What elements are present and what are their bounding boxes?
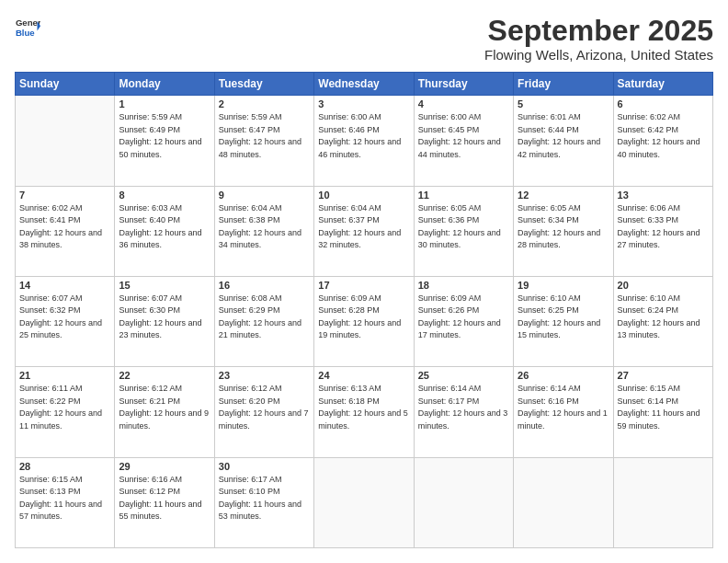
day-number: 25 xyxy=(418,370,509,381)
week-row-5: 28Sunrise: 6:15 AMSunset: 6:13 PMDayligh… xyxy=(16,457,713,547)
day-number: 4 xyxy=(418,98,509,109)
weekday-header-tuesday: Tuesday xyxy=(214,73,313,96)
calendar-cell: 17Sunrise: 6:09 AMSunset: 6:28 PMDayligh… xyxy=(314,276,414,366)
location-title: Flowing Wells, Arizona, United States xyxy=(484,47,713,63)
day-info: Sunrise: 6:15 AMSunset: 6:13 PMDaylight:… xyxy=(19,474,110,523)
calendar-cell: 29Sunrise: 6:16 AMSunset: 6:12 PMDayligh… xyxy=(115,457,214,547)
calendar-cell: 19Sunrise: 6:10 AMSunset: 6:25 PMDayligh… xyxy=(514,276,613,366)
calendar-cell: 14Sunrise: 6:07 AMSunset: 6:32 PMDayligh… xyxy=(16,276,115,366)
day-number: 3 xyxy=(318,98,409,109)
calendar-cell: 3Sunrise: 6:00 AMSunset: 6:46 PMDaylight… xyxy=(314,96,414,186)
day-info: Sunrise: 6:15 AMSunset: 6:14 PMDaylight:… xyxy=(618,383,709,432)
calendar-cell: 22Sunrise: 6:12 AMSunset: 6:21 PMDayligh… xyxy=(115,367,214,457)
calendar-cell xyxy=(613,457,712,547)
day-info: Sunrise: 6:12 AMSunset: 6:20 PMDaylight:… xyxy=(219,383,310,432)
calendar-cell xyxy=(16,96,115,186)
calendar-cell: 5Sunrise: 6:01 AMSunset: 6:44 PMDaylight… xyxy=(514,96,613,186)
day-info: Sunrise: 6:04 AMSunset: 6:37 PMDaylight:… xyxy=(318,202,409,252)
calendar-cell: 30Sunrise: 6:17 AMSunset: 6:10 PMDayligh… xyxy=(214,457,313,547)
day-info: Sunrise: 6:11 AMSunset: 6:22 PMDaylight:… xyxy=(19,383,110,432)
month-title: September 2025 xyxy=(484,15,713,47)
day-info: Sunrise: 5:59 AMSunset: 6:49 PMDaylight:… xyxy=(119,111,210,161)
day-number: 21 xyxy=(19,370,110,381)
day-number: 11 xyxy=(418,190,509,201)
day-number: 30 xyxy=(219,461,310,472)
calendar-cell: 6Sunrise: 6:02 AMSunset: 6:42 PMDaylight… xyxy=(613,96,712,186)
calendar-cell: 13Sunrise: 6:06 AMSunset: 6:33 PMDayligh… xyxy=(613,186,712,276)
day-number: 16 xyxy=(219,280,310,291)
calendar-cell: 18Sunrise: 6:09 AMSunset: 6:26 PMDayligh… xyxy=(414,276,513,366)
day-number: 29 xyxy=(119,461,210,472)
day-info: Sunrise: 6:01 AMSunset: 6:44 PMDaylight:… xyxy=(518,111,609,161)
calendar-cell: 8Sunrise: 6:03 AMSunset: 6:40 PMDaylight… xyxy=(115,186,214,276)
calendar-cell: 12Sunrise: 6:05 AMSunset: 6:34 PMDayligh… xyxy=(514,186,613,276)
day-info: Sunrise: 6:06 AMSunset: 6:33 PMDaylight:… xyxy=(618,202,709,252)
day-info: Sunrise: 6:13 AMSunset: 6:18 PMDaylight:… xyxy=(318,383,409,432)
day-number: 12 xyxy=(518,190,609,201)
day-info: Sunrise: 6:10 AMSunset: 6:24 PMDaylight:… xyxy=(618,293,709,342)
calendar-cell: 1Sunrise: 5:59 AMSunset: 6:49 PMDaylight… xyxy=(115,96,214,186)
day-info: Sunrise: 6:00 AMSunset: 6:45 PMDaylight:… xyxy=(418,111,509,161)
logo: General Blue xyxy=(15,15,40,40)
calendar-cell: 21Sunrise: 6:11 AMSunset: 6:22 PMDayligh… xyxy=(16,367,115,457)
day-number: 13 xyxy=(618,190,709,201)
weekday-header-row: SundayMondayTuesdayWednesdayThursdayFrid… xyxy=(16,73,713,96)
day-number: 14 xyxy=(19,280,110,291)
day-info: Sunrise: 5:59 AMSunset: 6:47 PMDaylight:… xyxy=(219,111,310,161)
day-number: 15 xyxy=(119,280,210,291)
day-info: Sunrise: 6:08 AMSunset: 6:29 PMDaylight:… xyxy=(219,293,310,342)
day-info: Sunrise: 6:09 AMSunset: 6:26 PMDaylight:… xyxy=(418,293,509,342)
calendar-cell xyxy=(414,457,513,547)
day-number: 2 xyxy=(219,98,310,109)
day-number: 26 xyxy=(518,370,609,381)
calendar-cell: 20Sunrise: 6:10 AMSunset: 6:24 PMDayligh… xyxy=(613,276,712,366)
day-info: Sunrise: 6:05 AMSunset: 6:34 PMDaylight:… xyxy=(518,202,609,252)
calendar-cell xyxy=(514,457,613,547)
day-number: 7 xyxy=(19,190,110,201)
calendar-cell: 15Sunrise: 6:07 AMSunset: 6:30 PMDayligh… xyxy=(115,276,214,366)
weekday-header-saturday: Saturday xyxy=(613,73,712,96)
day-number: 27 xyxy=(618,370,709,381)
calendar-cell: 10Sunrise: 6:04 AMSunset: 6:37 PMDayligh… xyxy=(314,186,414,276)
day-number: 22 xyxy=(119,370,210,381)
weekday-header-monday: Monday xyxy=(115,73,214,96)
calendar-cell: 24Sunrise: 6:13 AMSunset: 6:18 PMDayligh… xyxy=(314,367,414,457)
week-row-4: 21Sunrise: 6:11 AMSunset: 6:22 PMDayligh… xyxy=(16,367,713,457)
day-number: 17 xyxy=(318,280,409,291)
calendar-cell: 11Sunrise: 6:05 AMSunset: 6:36 PMDayligh… xyxy=(414,186,513,276)
day-info: Sunrise: 6:12 AMSunset: 6:21 PMDaylight:… xyxy=(119,383,210,432)
weekday-header-thursday: Thursday xyxy=(414,73,513,96)
day-info: Sunrise: 6:00 AMSunset: 6:46 PMDaylight:… xyxy=(318,111,409,161)
day-number: 23 xyxy=(219,370,310,381)
day-number: 8 xyxy=(119,190,210,201)
week-row-1: 1Sunrise: 5:59 AMSunset: 6:49 PMDaylight… xyxy=(16,96,713,186)
day-info: Sunrise: 6:09 AMSunset: 6:28 PMDaylight:… xyxy=(318,293,409,342)
calendar-cell: 4Sunrise: 6:00 AMSunset: 6:45 PMDaylight… xyxy=(414,96,513,186)
calendar-cell xyxy=(314,457,414,547)
calendar-cell: 9Sunrise: 6:04 AMSunset: 6:38 PMDaylight… xyxy=(214,186,313,276)
week-row-3: 14Sunrise: 6:07 AMSunset: 6:32 PMDayligh… xyxy=(16,276,713,366)
day-number: 19 xyxy=(518,280,609,291)
calendar-cell: 27Sunrise: 6:15 AMSunset: 6:14 PMDayligh… xyxy=(613,367,712,457)
calendar-cell: 23Sunrise: 6:12 AMSunset: 6:20 PMDayligh… xyxy=(214,367,313,457)
calendar-table: SundayMondayTuesdayWednesdayThursdayFrid… xyxy=(15,72,713,548)
weekday-header-wednesday: Wednesday xyxy=(314,73,414,96)
day-info: Sunrise: 6:05 AMSunset: 6:36 PMDaylight:… xyxy=(418,202,509,252)
day-number: 10 xyxy=(318,190,409,201)
day-number: 6 xyxy=(618,98,709,109)
week-row-2: 7Sunrise: 6:02 AMSunset: 6:41 PMDaylight… xyxy=(16,186,713,276)
svg-text:Blue: Blue xyxy=(16,28,35,38)
calendar-cell: 2Sunrise: 5:59 AMSunset: 6:47 PMDaylight… xyxy=(214,96,313,186)
day-info: Sunrise: 6:02 AMSunset: 6:42 PMDaylight:… xyxy=(618,111,709,161)
day-info: Sunrise: 6:14 AMSunset: 6:17 PMDaylight:… xyxy=(418,383,509,432)
day-number: 28 xyxy=(19,461,110,472)
svg-text:General: General xyxy=(16,17,40,28)
day-info: Sunrise: 6:04 AMSunset: 6:38 PMDaylight:… xyxy=(219,202,310,252)
day-number: 5 xyxy=(518,98,609,109)
calendar-cell: 25Sunrise: 6:14 AMSunset: 6:17 PMDayligh… xyxy=(414,367,513,457)
day-info: Sunrise: 6:17 AMSunset: 6:10 PMDaylight:… xyxy=(219,474,310,523)
day-number: 24 xyxy=(318,370,409,381)
day-info: Sunrise: 6:10 AMSunset: 6:25 PMDaylight:… xyxy=(518,293,609,342)
day-number: 20 xyxy=(618,280,709,291)
weekday-header-friday: Friday xyxy=(514,73,613,96)
